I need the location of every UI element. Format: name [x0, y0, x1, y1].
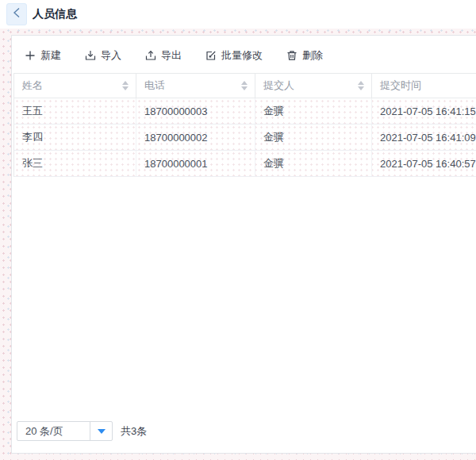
- pagination: 20 条/页 共3条: [17, 421, 147, 441]
- cell-name: 王五: [14, 98, 136, 124]
- column-header-phone[interactable]: 电话: [136, 74, 255, 98]
- batch-edit-button[interactable]: 批量修改: [205, 48, 263, 63]
- export-button[interactable]: 导出: [145, 48, 182, 63]
- delete-button-label: 删除: [302, 48, 323, 63]
- column-header-submitter-label: 提交人: [263, 79, 294, 93]
- plus-icon: [25, 50, 36, 61]
- export-icon: [145, 50, 156, 61]
- column-header-name-label: 姓名: [22, 79, 43, 93]
- data-table: 姓名 电话 提交人 提交时间 王五 18700000003 金骥 2021-07…: [13, 73, 476, 177]
- content-card: 新建 导入 导出 批量修改 删除: [11, 35, 476, 454]
- column-header-submit-time[interactable]: 提交时间: [372, 74, 476, 98]
- cell-submit-time: 2021-07-05 16:41:15: [372, 98, 476, 124]
- import-button[interactable]: 导入: [85, 48, 121, 63]
- cell-name: 张三: [14, 151, 136, 176]
- cell-submitter: 金骥: [255, 151, 372, 176]
- column-header-submitter[interactable]: 提交人: [255, 74, 372, 98]
- table-row[interactable]: 李四 18700000002 金骥 2021-07-05 16:41:09: [14, 125, 476, 151]
- chevron-left-icon: [12, 7, 21, 21]
- import-button-label: 导入: [101, 48, 121, 63]
- batch-edit-button-label: 批量修改: [221, 48, 263, 63]
- create-button[interactable]: 新建: [25, 48, 61, 63]
- export-button-label: 导出: [161, 48, 182, 63]
- page-size-select[interactable]: 20 条/页: [17, 421, 113, 441]
- cell-phone: 18700000003: [136, 98, 255, 124]
- cell-name: 李四: [14, 125, 136, 150]
- cell-submitter: 金骥: [255, 125, 372, 150]
- table-row[interactable]: 张三 18700000001 金骥 2021-07-05 16:40:57: [14, 151, 476, 177]
- sort-carets-icon: [122, 81, 129, 90]
- sort-carets-icon: [358, 81, 364, 90]
- table-body: 王五 18700000003 金骥 2021-07-05 16:41:15 李四…: [14, 98, 476, 177]
- column-header-submit-time-label: 提交时间: [380, 79, 421, 93]
- caret-down-icon: [90, 422, 112, 440]
- sort-carets-icon: [241, 81, 248, 90]
- cell-phone: 18700000002: [136, 125, 255, 150]
- cell-phone: 18700000001: [136, 151, 255, 176]
- table-header-row: 姓名 电话 提交人 提交时间: [14, 73, 476, 98]
- edit-icon: [205, 50, 217, 61]
- page-header: 人员信息: [0, 0, 476, 29]
- column-header-name[interactable]: 姓名: [14, 74, 136, 98]
- page-title: 人员信息: [33, 7, 77, 21]
- create-button-label: 新建: [40, 48, 61, 63]
- delete-button[interactable]: 删除: [286, 48, 323, 63]
- total-count-label: 共3条: [121, 424, 147, 439]
- cell-submit-time: 2021-07-05 16:40:57: [372, 151, 476, 176]
- column-header-phone-label: 电话: [144, 79, 165, 93]
- table-row[interactable]: 王五 18700000003 金骥 2021-07-05 16:41:15: [14, 98, 476, 125]
- cell-submit-time: 2021-07-05 16:41:09: [372, 125, 476, 150]
- back-button[interactable]: [6, 3, 27, 25]
- cell-submitter: 金骥: [255, 98, 372, 124]
- toolbar: 新建 导入 导出 批量修改 删除: [12, 36, 476, 73]
- page-size-value: 20 条/页: [17, 424, 90, 439]
- trash-icon: [286, 50, 298, 61]
- import-icon: [85, 50, 96, 61]
